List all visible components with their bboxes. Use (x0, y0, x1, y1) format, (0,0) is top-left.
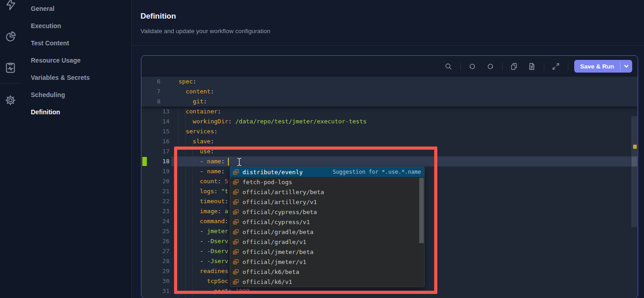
search-icon[interactable] (443, 60, 455, 72)
suggestion-label: official/k6/v1 (242, 278, 292, 285)
code-text: tcpSoc (179, 276, 228, 286)
line-number: 21 (142, 186, 169, 196)
text-caret (228, 158, 229, 166)
autocomplete-dropdown: distribute/evenlySuggestion for *.use.*.… (230, 166, 425, 287)
code-line[interactable]: 16 slave: (142, 137, 638, 147)
suggestion-kind-icon (232, 278, 239, 285)
line-number: 13 (142, 107, 169, 117)
code-text: logs: "t (179, 186, 228, 196)
code-line[interactable]: 13 container: (142, 107, 638, 117)
line-number: 20 (142, 176, 169, 186)
suggestion-item[interactable]: official/jmeter/beta (230, 247, 424, 257)
suggestion-label: official/artillery/beta (242, 189, 324, 195)
suggestion-item[interactable]: official/jmeter/v1 (230, 257, 424, 267)
code-text: - name: (179, 156, 228, 166)
suggestion-label: official/jmeter/beta (242, 249, 314, 255)
line-number: 29 (142, 266, 169, 276)
redo-icon[interactable] (484, 60, 496, 72)
undo-icon[interactable] (467, 60, 479, 72)
sticky-scroll-lines: 6spec:7 content:8 git: (141, 77, 638, 107)
code-text: - -Dserv (179, 246, 228, 256)
suggestion-label: fetch-pod-logs (242, 179, 292, 186)
suggestion-label: official/artillery/v1 (242, 199, 317, 205)
line-number: 27 (142, 246, 169, 256)
editor-toolbar: Save & Run (141, 56, 638, 77)
code-line[interactable]: 7 content: (142, 87, 638, 97)
suggestion-item[interactable]: official/k6/v1 (230, 277, 424, 287)
suggestion-item[interactable]: official/gradle/v1 (230, 237, 424, 247)
code-line[interactable]: 14 workingDir: /data/repo/test/jmeter/ex… (142, 117, 638, 127)
line-number: 17 (142, 147, 169, 156)
page-subtitle: Validate and update your workflow config… (140, 28, 270, 34)
toolbar-divider (544, 63, 544, 70)
ibeam-mouse-cursor (236, 157, 243, 167)
line-number: 8 (142, 97, 160, 107)
line-number: 16 (142, 137, 169, 147)
toolbar-divider (502, 63, 503, 70)
code-text: use: (179, 147, 214, 156)
code-line[interactable]: 15 services: (142, 127, 638, 137)
line-number: 7 (142, 87, 160, 97)
sidebar-item-execution[interactable]: Execution (21, 17, 131, 34)
sidebar-item-variables-secrets[interactable]: Variables & Secrets (21, 69, 131, 86)
suggestion-kind-icon (232, 189, 239, 195)
suggestion-kind-icon (232, 269, 239, 275)
copy-icon[interactable] (508, 60, 520, 72)
zap-icon[interactable] (4, 0, 18, 11)
save-and-run-button[interactable]: Save & Run (574, 60, 620, 73)
sidebar-item-general[interactable]: General (21, 0, 131, 17)
suggestion-item[interactable]: official/cypress/beta (230, 207, 424, 217)
sidebar: GeneralExecutionTest ContentResource Usa… (21, 0, 131, 121)
sidebar-item-scheduling[interactable]: Scheduling (21, 86, 131, 103)
code-text: port: 1099 (179, 286, 250, 296)
suggestion-label: official/cypress/beta (242, 209, 317, 215)
chevron-down-icon[interactable] (620, 60, 632, 73)
code-text: readines (179, 266, 228, 276)
code-text: slave: (179, 137, 214, 147)
sidebar-item-definition[interactable]: Definition (21, 103, 131, 121)
editor-scrollbar-thumb[interactable] (631, 116, 637, 227)
sidebar-item-resource-usage[interactable]: Resource Usage (21, 52, 131, 69)
definition-editor-panel: Save & Run 13 container:14 workingDir: /… (141, 55, 638, 298)
code-text: count: 5 (179, 176, 228, 186)
report-clipboard-icon[interactable] (4, 61, 17, 74)
line-number: 24 (142, 216, 169, 226)
line-number: 26 (142, 236, 169, 246)
suggestion-label: official/cypress/v1 (242, 219, 310, 225)
suggestion-kind-icon (232, 229, 239, 235)
suggestion-item[interactable]: official/gradle/beta (230, 227, 424, 237)
paste-document-icon[interactable] (526, 60, 538, 72)
suggestion-item[interactable]: official/artillery/beta (230, 187, 424, 197)
overview-ruler-change-marker (633, 145, 637, 149)
suggestion-kind-icon (232, 209, 239, 215)
suggestion-item[interactable]: fetch-pod-logs (230, 177, 424, 187)
rail-divider (0, 83, 21, 83)
gear-icon[interactable] (4, 94, 17, 107)
code-text: image: a (179, 206, 228, 216)
code-line[interactable]: 8 git: (142, 97, 638, 107)
code-text: - name: (179, 166, 228, 176)
suggestion-item[interactable]: official/cypress/v1 (230, 217, 424, 227)
code-line[interactable]: 18 - name: (142, 156, 638, 166)
code-line[interactable]: 31 port: 1099 (142, 286, 638, 296)
code-line[interactable]: 17 use: (142, 147, 638, 156)
save-and-run-split-button: Save & Run (574, 60, 632, 73)
gutter-change-marker (142, 157, 147, 166)
suggestion-item[interactable]: distribute/evenlySuggestion for *.use.*.… (230, 167, 424, 177)
line-number: 30 (142, 276, 169, 286)
page: GeneralExecutionTest ContentResource Usa… (0, 0, 644, 298)
suggestion-kind-icon (232, 219, 239, 225)
header-divider (132, 45, 644, 46)
code-text: - jmeter (179, 226, 228, 236)
fullscreen-icon[interactable] (550, 60, 562, 72)
line-number: 6 (142, 77, 160, 87)
sidebar-item-test-content[interactable]: Test Content (21, 34, 131, 52)
code-line[interactable]: 6spec: (142, 77, 638, 87)
line-number: 28 (142, 256, 169, 266)
suggestion-item[interactable]: official/artillery/v1 (230, 197, 424, 207)
pie-chart-icon[interactable] (4, 30, 17, 43)
dropdown-scrollbar-thumb[interactable] (419, 178, 424, 243)
suggestion-item[interactable]: official/k6/beta (230, 267, 424, 277)
code-text: container: (179, 107, 221, 117)
suggestion-kind-icon (232, 239, 239, 245)
